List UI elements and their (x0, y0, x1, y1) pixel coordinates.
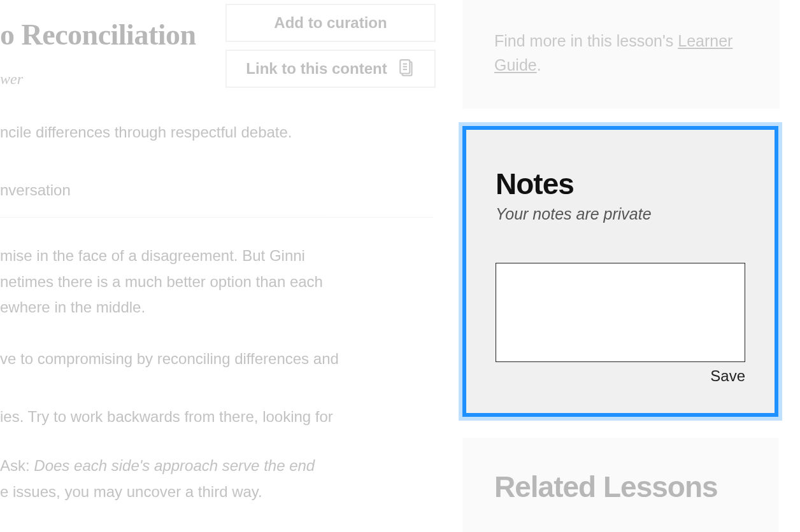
lead-paragraph: ncile differences through respectful deb… (0, 120, 428, 146)
learner-guide-prefix: Find more in this lesson's (494, 32, 678, 50)
save-button[interactable]: Save (710, 367, 745, 385)
add-to-curation-label: Add to curation (274, 14, 387, 32)
paragraph-4: Ask: Does each side's approach serve the… (0, 453, 428, 505)
link-to-content-label: Link to this content (246, 60, 387, 78)
add-to-curation-button[interactable]: Add to curation (225, 4, 436, 42)
notes-panel: Notes Your notes are private Save (462, 126, 778, 417)
notes-subtitle: Your notes are private (496, 205, 745, 223)
p1-line2: netimes there is a much better option th… (0, 273, 323, 290)
learner-guide-panel: Find more in this lesson's Learner Guide… (462, 0, 780, 109)
p4-line2: e issues, you may uncover a third way. (0, 483, 262, 500)
divider (0, 217, 433, 218)
notes-title: Notes (496, 167, 745, 201)
p4-prefix: Ask: (0, 457, 34, 474)
clipboard-icon (399, 59, 415, 78)
notes-textarea[interactable] (496, 263, 745, 362)
p1-line1: mise in the face of a disagreement. But … (0, 247, 305, 264)
p1-line3: ewhere in the middle. (0, 298, 145, 316)
related-lessons-title: Related Lessons (494, 470, 746, 504)
learner-guide-suffix: . (537, 56, 541, 74)
paragraph-1: mise in the face of a disagreement. But … (0, 243, 428, 321)
link-to-content-button[interactable]: Link to this content (225, 50, 436, 88)
related-lessons-panel: Related Lessons (462, 438, 778, 532)
p4-italic: Does each side's approach serve the end (34, 457, 315, 474)
subheading: nversation (0, 181, 428, 199)
paragraph-3: ies. Try to work backwards from there, l… (0, 404, 428, 430)
paragraph-2: ve to compromising by reconciling differ… (0, 346, 428, 372)
